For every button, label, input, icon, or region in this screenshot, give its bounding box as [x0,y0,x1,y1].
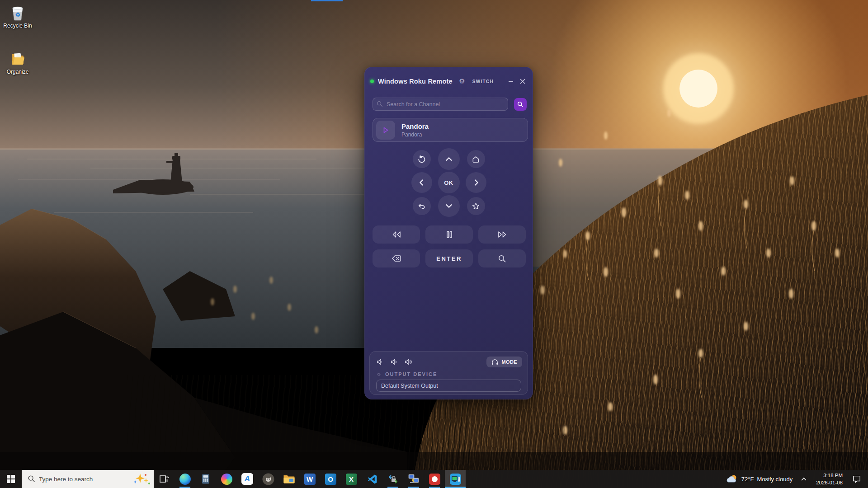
backspace-button[interactable] [373,249,420,267]
taskbar-icon-azure[interactable]: A [237,470,258,488]
task-view-icon [159,474,169,484]
taskbar-icon-edge[interactable] [175,470,195,488]
vscode-icon [367,474,378,485]
search-icon [498,254,506,263]
taskbar-icon-remote-desktop[interactable] [403,470,424,488]
weather-icon [726,474,738,484]
desktop-icon-organize[interactable]: Organize [0,50,35,75]
screen-recorder-icon [429,474,440,485]
hidden-icons-chevron[interactable] [796,470,811,488]
clock-time: 3:18 PM [816,472,843,479]
speaker-small-icon [377,372,382,377]
fast-forward-icon [497,230,508,239]
home-button[interactable] [467,150,485,168]
dpad-left-button[interactable] [411,172,432,193]
ok-label: OK [444,179,453,186]
volume-mid-button[interactable] [390,358,399,366]
output-device-value: Default System Output [381,383,438,389]
channel-search-input[interactable] [373,98,508,111]
taskbar-icon-task-view[interactable] [154,470,175,488]
output-device-select[interactable]: Default System Output [376,380,521,392]
settings-gear-icon[interactable]: ⚙ [459,77,465,85]
remote-desktop-icon [408,474,420,484]
chevron-up-icon [801,477,807,481]
taskbar-icon-roku-remote-active[interactable] [445,470,466,488]
top-edge-artifact [311,0,343,1]
volume-low-icon [376,358,385,366]
play-pause-button[interactable] [425,225,473,244]
pause-icon [445,230,453,239]
taskbar-icon-copilot[interactable] [216,470,237,488]
audio-panel: MODE OUTPUT DEVICE Default System Output [369,351,528,395]
search-icon [517,101,524,108]
taskbar-weather-widget[interactable]: 72°F Mostly cloudy [723,474,796,484]
search-icon [28,475,35,483]
desktop-icon-recycle-bin[interactable]: ♻ Recycle Bin [0,4,35,29]
taskbar-icon-calculator[interactable] [195,470,216,488]
svg-text:♻: ♻ [15,11,20,18]
listen-mode-button[interactable]: MODE [486,357,522,367]
headphones-icon [491,359,498,365]
roku-remote-app-icon [449,473,462,485]
taskbar-clock[interactable]: 3:18 PM 2026-01-08 [811,472,847,486]
dpad-down-button[interactable] [438,195,460,217]
folder-icon [9,50,27,68]
home-icon [472,155,480,164]
start-button[interactable] [0,470,22,488]
outlook-icon: O [325,474,336,485]
taskbar-icon-vscode[interactable] [362,470,382,488]
window-titlebar[interactable]: Windows Roku Remote ⚙ SWITCH [370,74,527,89]
channel-list-item-pandora[interactable]: Pandora Pandora [373,118,528,142]
ok-button[interactable]: OK [438,172,460,193]
channel-subtitle: Pandora [401,131,429,138]
fast-forward-button[interactable] [478,225,526,244]
desktop-icon-label: Recycle Bin [0,23,35,29]
taskbar-icon-pet-app[interactable] [258,470,278,488]
dpad: OK [408,147,490,218]
channel-search-button[interactable] [514,98,527,111]
copilot-icon [221,474,232,485]
taskbar-icon-sync-lock[interactable] [382,470,403,488]
remote-search-button[interactable] [478,249,526,267]
enter-label: ENTER [436,255,462,262]
roku-remote-window: Windows Roku Remote ⚙ SWITCH [364,67,533,399]
taskbar-search-box[interactable] [22,470,154,488]
chevron-down-icon [444,201,454,211]
dpad-up-button[interactable] [438,148,460,170]
taskbar-icon-excel[interactable]: X [341,470,362,488]
back-icon [417,202,426,211]
action-center-button[interactable] [847,470,866,488]
taskbar: A W O X [0,470,868,488]
taskbar-icon-screen-recorder[interactable] [424,470,445,488]
volume-high-icon [404,358,413,366]
minimize-button[interactable] [506,77,515,86]
search-highlights-sparkle-icon[interactable] [132,473,151,485]
window-title: Windows Roku Remote [378,78,453,85]
enter-button[interactable]: ENTER [425,249,473,267]
desktop-icon-label: Organize [0,69,35,75]
rewind-icon [391,230,402,239]
azure-icon: A [241,473,253,485]
channel-thumbnail [376,121,395,140]
options-button[interactable] [467,197,485,215]
switch-device-button[interactable]: SWITCH [472,79,494,84]
weather-condition: Mostly cloudy [757,476,793,483]
taskbar-icon-word[interactable]: W [299,470,320,488]
taskbar-icon-file-explorer[interactable] [278,470,299,488]
volume-mid-icon [390,358,399,366]
volume-low-button[interactable] [376,358,385,366]
notification-bubble-icon [852,474,861,483]
taskbar-icon-outlook[interactable]: O [320,470,341,488]
close-button[interactable] [518,77,527,86]
rewind-button[interactable] [373,225,420,244]
dpad-right-button[interactable] [466,172,486,193]
back-button[interactable] [413,197,431,215]
instant-replay-button[interactable] [413,150,431,168]
channel-title: Pandora [401,122,429,130]
recycle-bin-icon: ♻ [9,4,27,22]
weather-temperature: 72°F [741,476,754,483]
output-device-label: OUTPUT DEVICE [385,371,437,377]
taskbar-search-input[interactable] [22,476,119,483]
volume-high-button[interactable] [404,358,413,366]
clock-date: 2026-01-08 [816,479,843,486]
